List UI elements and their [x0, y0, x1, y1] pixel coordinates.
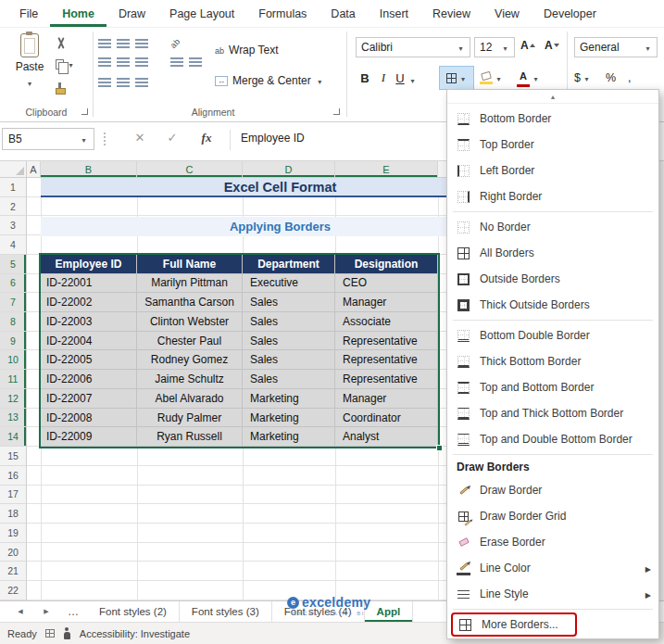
ribbon-tab-page-layout[interactable]: Page Layout	[157, 0, 246, 27]
align-bottom-button[interactable]	[135, 39, 148, 48]
macro-record-icon[interactable]	[45, 629, 55, 638]
table-cell[interactable]: Marketing	[243, 427, 335, 447]
table-cell[interactable]: ID-22006	[41, 370, 137, 389]
sheet-tab-appl[interactable]: Appl	[365, 601, 414, 622]
table-cell[interactable]: Executive	[243, 274, 335, 294]
table-cell[interactable]: Representative	[335, 370, 438, 389]
row-header-4[interactable]: 4	[0, 235, 26, 255]
table-cell[interactable]: Coordinator	[335, 409, 438, 428]
table-cell[interactable]: Clinton Webster	[137, 312, 243, 332]
italic-button[interactable]: I	[376, 67, 391, 89]
row-header-8[interactable]: 8	[0, 312, 26, 332]
row-header-1[interactable]: 1	[0, 178, 26, 197]
sheet-nav-right-icon[interactable]	[33, 601, 59, 622]
table-cell[interactable]: Sales	[243, 332, 335, 351]
menu-item-draw-border-grid[interactable]: Draw Border Grid	[447, 503, 658, 529]
col-header-e[interactable]: E	[335, 161, 438, 177]
number-format-combo[interactable]: General	[574, 37, 658, 57]
align-top-button[interactable]	[98, 39, 111, 48]
table-cell[interactable]: Marketing	[243, 409, 335, 428]
sheet-nav-left-icon[interactable]	[7, 601, 33, 622]
table-cell[interactable]: ID-22007	[41, 389, 137, 409]
accessibility-status[interactable]: Accessibility: Investigate	[80, 628, 190, 639]
menu-item-right-border[interactable]: Right Border	[447, 183, 658, 209]
increase-indent-button[interactable]	[189, 57, 202, 67]
copy-button[interactable]	[56, 57, 75, 71]
table-cell[interactable]: Manager	[335, 293, 438, 312]
table-cell[interactable]: Samantha Carson	[137, 293, 243, 312]
menu-item-bottom-border[interactable]: Bottom Border	[447, 106, 658, 132]
underline-button[interactable]: U	[393, 67, 407, 89]
row-header-17[interactable]: 17	[0, 486, 26, 505]
menu-scroll-up-icon[interactable]	[447, 90, 658, 104]
menu-item-no-border[interactable]: No Border	[447, 214, 658, 240]
ribbon-tab-file[interactable]: File	[7, 0, 50, 27]
formula-input[interactable]: Employee ID	[241, 132, 305, 145]
ribbon-tab-home[interactable]: Home	[50, 0, 106, 27]
wrap-text-button[interactable]: Wrap Text	[215, 44, 279, 57]
decrease-indent-button[interactable]	[170, 57, 183, 67]
clipboard-dialog-launcher[interactable]	[81, 108, 88, 115]
table-cell[interactable]: Sales	[243, 350, 335, 370]
row-header-12[interactable]: 12	[0, 389, 26, 409]
menu-item-top-and-thick-bottom-border[interactable]: Top and Thick Bottom Border	[447, 400, 658, 426]
row-header-18[interactable]: 18	[0, 504, 26, 524]
row-header-10[interactable]: 10	[0, 350, 26, 370]
menu-item-line-style[interactable]: Line Style	[447, 581, 658, 607]
menu-item-top-and-double-bottom-border[interactable]: Top and Double Bottom Border	[447, 426, 658, 452]
row-header-16[interactable]: 16	[0, 466, 26, 486]
table-header-full-name[interactable]: Full Name	[137, 255, 243, 274]
table-cell[interactable]: ID-22002	[41, 293, 137, 312]
cut-button[interactable]	[56, 35, 75, 50]
ribbon-tab-data[interactable]: Data	[319, 0, 367, 27]
align-right-button[interactable]	[135, 57, 148, 67]
chevron-down-icon[interactable]	[408, 73, 417, 86]
table-cell[interactable]: Sales	[243, 370, 335, 389]
table-cell[interactable]: Sales	[243, 293, 335, 312]
merge-center-button[interactable]: Merge & Center	[215, 74, 324, 87]
col-header-c[interactable]: C	[137, 161, 243, 177]
row-header-5[interactable]: 5	[0, 255, 26, 274]
increase-font-button[interactable]: A	[520, 39, 535, 56]
menu-item-line-color[interactable]: Line Color	[447, 555, 658, 581]
table-cell[interactable]: Representative	[335, 350, 438, 370]
accounting-format-button[interactable]: $	[574, 67, 591, 89]
bold-button[interactable]: B	[356, 67, 374, 89]
table-cell[interactable]: ID-22001	[41, 274, 137, 294]
table-cell[interactable]: Rodney Gomez	[137, 350, 243, 370]
alignment-dialog-launcher[interactable]	[333, 108, 340, 115]
comma-style-button[interactable]: ,	[628, 67, 631, 89]
menu-item-outside-borders[interactable]: Outside Borders	[447, 266, 658, 292]
table-cell[interactable]: Analyst	[335, 427, 438, 447]
row-header-20[interactable]: 20	[0, 543, 26, 562]
table-cell[interactable]: Marketing	[243, 389, 335, 409]
col-header-a[interactable]: A	[27, 161, 41, 177]
table-cell[interactable]: Ryan Russell	[137, 427, 243, 447]
menu-item-erase-border[interactable]: Erase Border	[447, 529, 658, 555]
ribbon-tab-formulas[interactable]: Formulas	[246, 0, 319, 27]
menu-item-bottom-double-border[interactable]: Bottom Double Border	[447, 322, 658, 348]
table-cell[interactable]: Associate	[335, 312, 438, 332]
decrease-font-button[interactable]: A	[545, 39, 559, 56]
align-icon-row3[interactable]	[135, 78, 148, 87]
font-color-button[interactable]	[517, 66, 540, 90]
sheet-tab-overflow[interactable]: …	[59, 601, 87, 622]
borders-button[interactable]	[439, 66, 474, 90]
align-middle-button[interactable]	[117, 39, 130, 48]
fill-handle[interactable]	[436, 445, 443, 451]
table-cell[interactable]: ID-22005	[41, 350, 137, 370]
align-center-button[interactable]	[117, 57, 130, 67]
percent-style-button[interactable]: %	[606, 67, 616, 89]
font-size-combo[interactable]: 12	[474, 37, 515, 57]
table-cell[interactable]: Rudy Palmer	[137, 409, 243, 428]
align-icon-row3[interactable]	[117, 78, 130, 87]
table-header-employee-id[interactable]: Employee ID	[41, 255, 137, 274]
col-header-d[interactable]: D	[243, 161, 335, 177]
table-cell[interactable]: Marilyn Pittman	[137, 274, 243, 294]
row-header-11[interactable]: 11	[0, 370, 26, 389]
align-left-button[interactable]	[98, 57, 111, 67]
row-header-3[interactable]: 3	[0, 216, 26, 235]
ribbon-tab-review[interactable]: Review	[420, 0, 482, 27]
table-cell[interactable]: Jaime Schultz	[137, 370, 243, 389]
row-header-6[interactable]: 6	[0, 274, 26, 294]
